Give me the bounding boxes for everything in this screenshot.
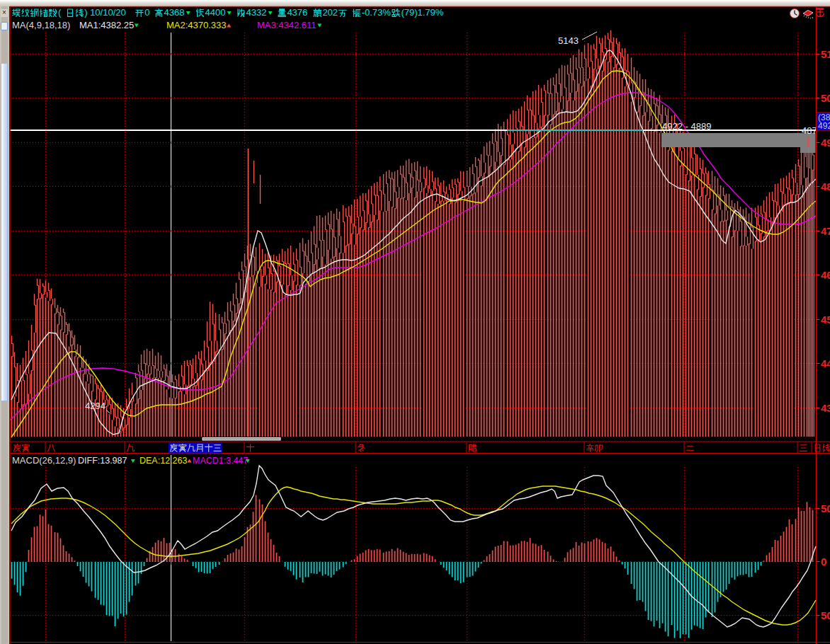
svg-text:MACD1:3.447: MACD1:3.447 (193, 456, 249, 466)
svg-text:-0.73%: -0.73% (362, 7, 392, 18)
svg-text:4294: 4294 (85, 401, 106, 411)
svg-text:DEA:12.263: DEA:12.263 (140, 456, 187, 466)
svg-text:50: 50 (821, 502, 830, 514)
svg-text:4400: 4400 (821, 357, 830, 369)
svg-text:202: 202 (322, 7, 338, 18)
svg-text:MA1:4382.25: MA1:4382.25 (79, 20, 134, 30)
svg-text:) 10/10/20: ) 10/10/20 (84, 7, 126, 18)
svg-text:50: 50 (821, 609, 830, 621)
svg-text:5143: 5143 (558, 35, 579, 46)
svg-text:4800: 4800 (821, 180, 830, 192)
svg-text:487: 487 (802, 125, 817, 136)
svg-text:MA(4,9,18,18): MA(4,9,18,18) (12, 20, 70, 30)
svg-text:4922 - 4889: 4922 - 4889 (662, 121, 711, 132)
svg-text:DIFF:13.987: DIFF:13.987 (78, 456, 127, 466)
svg-text:4600: 4600 (821, 269, 830, 281)
svg-text:5100: 5100 (821, 48, 830, 60)
svg-text:0: 0 (821, 556, 826, 568)
svg-text:MA3:4342.611: MA3:4342.611 (257, 20, 317, 30)
svg-text:0: 0 (144, 7, 149, 18)
svg-text:(79)1.79%: (79)1.79% (401, 7, 443, 18)
svg-text:MA2:4370.333: MA2:4370.333 (166, 20, 227, 30)
svg-text:4376: 4376 (287, 7, 307, 18)
svg-text:4368: 4368 (164, 7, 185, 18)
svg-text:4332: 4332 (246, 7, 267, 18)
svg-text:MACD(26,12,9): MACD(26,12,9) (12, 455, 76, 466)
svg-text:4300: 4300 (821, 402, 830, 414)
svg-text:492: 492 (818, 121, 830, 131)
svg-text:4700: 4700 (821, 225, 830, 237)
svg-text:4400: 4400 (205, 7, 226, 18)
svg-text:5000: 5000 (821, 92, 830, 104)
svg-text:(: ( (58, 7, 62, 18)
svg-text:4900: 4900 (821, 137, 830, 149)
svg-text:4500: 4500 (821, 314, 830, 326)
